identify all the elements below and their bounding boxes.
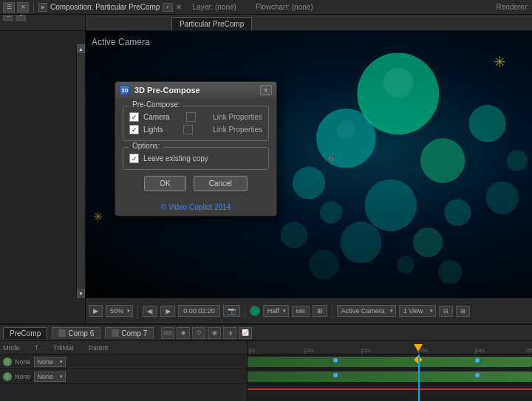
row2-label: None — [15, 373, 31, 380]
comp6-icon — [58, 329, 66, 337]
divider2 — [245, 304, 245, 318]
timeline-tab-comp7[interactable]: Comp 7 — [105, 327, 154, 339]
graph-btn[interactable]: 📈 — [239, 327, 252, 339]
row1-none-dropdown[interactable]: None — [34, 357, 66, 367]
comp-name: Composition: Particular PreComp — [50, 3, 160, 11]
svg-point-4 — [468, 105, 505, 142]
svg-point-6 — [340, 222, 381, 263]
camera-snap-btn[interactable]: 📷 — [223, 305, 240, 317]
camera-link-checkbox[interactable] — [186, 112, 196, 122]
quality-dropdown[interactable]: Half — [263, 305, 289, 317]
keyframe-dot-1[interactable] — [333, 358, 338, 363]
ruler-line-1 — [304, 349, 305, 354]
layer-label: Layer: (none) — [192, 3, 236, 11]
options-group-label: Options: — [129, 142, 163, 150]
camera-link-label: Link Properties — [213, 113, 262, 121]
precompose-group: Pre-Compose: ✓ Camera Link Properties ✓ … — [123, 106, 269, 141]
close-panel-btn[interactable]: ✕ — [17, 2, 29, 13]
ruler-line-0 — [249, 349, 250, 354]
keyframe-dot-2[interactable] — [475, 358, 480, 363]
row1-icon: ⊙ — [3, 357, 12, 366]
row2-none-dropdown[interactable]: None — [34, 371, 66, 382]
col-parent: Parent — [89, 344, 109, 352]
motion-blur-btn[interactable]: MB — [292, 306, 310, 317]
motion-blur-tl-btn[interactable]: ◑ — [223, 327, 236, 339]
col-mode: Mode — [3, 344, 20, 352]
solo-btn[interactable]: ◉ — [208, 327, 221, 339]
view-dropdown[interactable]: 1 View — [399, 305, 436, 317]
keyframe-dot-4[interactable] — [475, 373, 480, 377]
svg-point-16 — [383, 68, 413, 97]
flowchart-label: Flowchart: (none) — [256, 3, 313, 11]
keyframe-dot-3[interactable] — [333, 373, 338, 377]
scroll-up-btn[interactable]: ▲ — [77, 44, 85, 53]
timecode-display[interactable]: 0:00:02:20 — [178, 305, 220, 317]
cursor-position — [329, 157, 333, 161]
view-layout-btn[interactable]: ⊟ — [439, 306, 453, 317]
row1-label: None — [15, 358, 31, 366]
clock-btn[interactable]: ⏱ — [192, 327, 205, 339]
timeline-tab-precomp[interactable]: PreComp — [3, 327, 47, 339]
dialog-close-btn[interactable]: × — [260, 85, 272, 95]
timeline-row-2: ⊙ None None — [0, 369, 247, 384]
timeline-left-panel: Mode T TrkMat Parent ⊙ None None ⊙ None … — [0, 341, 248, 401]
ruler-2s: 02s — [361, 347, 371, 354]
svg-point-8 — [444, 199, 471, 226]
comp-dropdown[interactable]: ▾ — [163, 3, 173, 12]
add-marker-btn[interactable]: ◆ — [177, 327, 190, 339]
sparkle-icon: ✳ — [494, 53, 506, 71]
cancel-button[interactable]: Cancel — [194, 176, 248, 191]
track-row-3 — [248, 384, 532, 399]
lights-checkbox[interactable]: ✓ — [129, 125, 139, 134]
ruler-line-2 — [361, 349, 362, 354]
timeline-header: PreComp Comp 6 Comp 7 ⊟⊟ ◆ ⏱ ◉ ◑ 📈 — [0, 325, 532, 341]
menu-btn[interactable]: ☰ — [3, 2, 15, 13]
timeline-tracks — [248, 354, 532, 401]
track-line-3 — [248, 388, 532, 390]
ruler-0s: 0s — [249, 347, 255, 354]
top-bar: ☰ ✕ ▶ Composition: Particular PreComp ▾ … — [0, 0, 532, 15]
playhead-indicator[interactable] — [414, 344, 423, 352]
zoom-dropdown[interactable]: 50% — [106, 305, 133, 317]
svg-point-7 — [413, 227, 443, 257]
camera-checkbox[interactable]: ✓ — [129, 112, 139, 122]
color-btn[interactable] — [250, 306, 260, 316]
svg-point-12 — [507, 150, 528, 171]
toggle-switches-btn[interactable]: ⊟⊟ — [161, 327, 174, 339]
scroll-down-btn[interactable]: ▼ — [77, 289, 85, 298]
frame-back-btn[interactable]: ◀| — [143, 306, 157, 317]
dialog-titlebar[interactable]: 3D 3D Pre-Compose × — [115, 82, 276, 98]
frame-fwd-btn[interactable]: |▶ — [160, 306, 175, 317]
close-tab[interactable]: ✕ — [176, 3, 182, 11]
dialog-body: Pre-Compose: ✓ Camera Link Properties ✓ … — [115, 98, 276, 199]
expand-btn[interactable]: ⊞ — [456, 306, 470, 317]
sparkle2-icon: ✳ — [93, 210, 103, 224]
dialog-footer: © Video Copilot 2014 — [115, 199, 276, 216]
row2-icon: ⊙ — [3, 372, 12, 381]
svg-point-11 — [281, 222, 307, 248]
tab-particular-precomp[interactable]: Particular PreComp — [171, 17, 252, 30]
tab-bar: Particular PreComp — [86, 15, 532, 31]
timeline-ruler: 0s 01s 02s 03s 04s 05s — [248, 341, 532, 354]
ruler-5s: 05s — [526, 347, 532, 354]
options-group: Options: ✓ Leave existing copy — [123, 147, 269, 170]
ok-button[interactable]: OK — [144, 176, 185, 191]
camera-row: ✓ Camera Link Properties — [129, 112, 262, 122]
leave-copy-row: ✓ Leave existing copy — [129, 154, 262, 163]
track-bar-1 — [248, 357, 532, 367]
col-trkmat: TrkMat — [53, 344, 74, 352]
svg-point-13 — [438, 260, 462, 284]
divider1 — [137, 304, 138, 318]
leave-copy-checkbox[interactable]: ✓ — [129, 154, 139, 163]
grid-btn[interactable]: ⊞ — [313, 305, 327, 317]
camera-dropdown[interactable]: Active Camera — [337, 305, 396, 317]
timeline-tab-comp6[interactable]: Comp 6 — [52, 327, 100, 339]
playhead-line — [418, 354, 420, 401]
lights-label: Lights — [143, 126, 163, 134]
play-btn[interactable]: ▶ — [89, 305, 103, 317]
svg-point-10 — [486, 182, 519, 214]
ruler-1s: 01s — [304, 347, 314, 354]
timeline-tool-icons: ⊟⊟ ◆ ⏱ ◉ ◑ 📈 — [161, 327, 252, 339]
timeline-area: PreComp Comp 6 Comp 7 ⊟⊟ ◆ ⏱ ◉ ◑ 📈 Mode … — [0, 323, 532, 401]
lights-link-checkbox[interactable] — [183, 125, 193, 134]
